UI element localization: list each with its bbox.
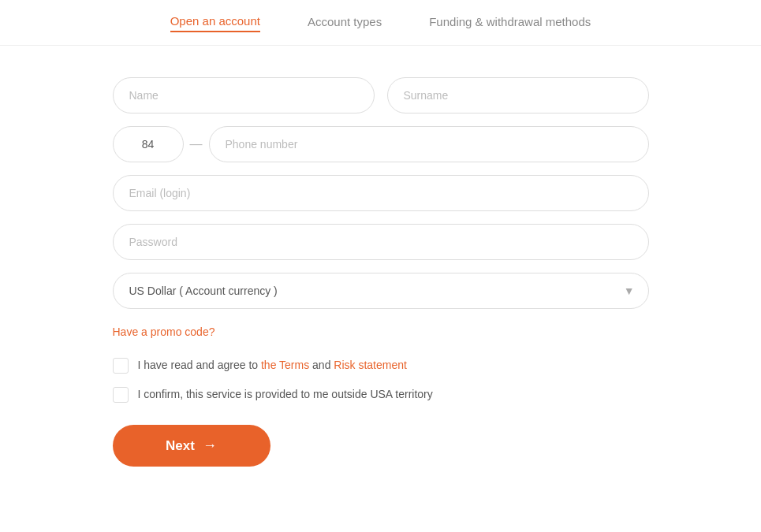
terms-checkbox[interactable] [113, 358, 129, 374]
currency-select-wrapper: US Dollar ( Account currency ) Euro Brit… [113, 273, 649, 309]
next-button[interactable]: Next → [113, 425, 270, 467]
terms-label: I have read and agree to the Terms and R… [138, 357, 407, 374]
email-input[interactable] [113, 175, 649, 211]
phone-separator: — [190, 137, 203, 151]
usa-label: I confirm, this service is provided to m… [138, 386, 433, 403]
name-input[interactable] [113, 77, 375, 113]
promo-code-link[interactable]: Have a promo code? [113, 326, 215, 338]
arrow-right-icon: → [203, 437, 217, 454]
nav-open-account[interactable]: Open an account [170, 14, 260, 32]
phone-row: — [113, 126, 649, 162]
usa-checkbox-row: I confirm, this service is provided to m… [113, 386, 649, 403]
risk-statement-link[interactable]: Risk statement [334, 359, 407, 371]
phone-code-input[interactable] [113, 126, 184, 162]
next-button-label: Next [166, 438, 195, 454]
terms-checkbox-row: I have read and agree to the Terms and R… [113, 357, 649, 374]
terms-link[interactable]: the Terms [261, 359, 309, 371]
password-input[interactable] [113, 224, 649, 260]
currency-select[interactable]: US Dollar ( Account currency ) Euro Brit… [113, 273, 649, 309]
phone-number-input[interactable] [209, 126, 649, 162]
nav-funding-withdrawal[interactable]: Funding & withdrawal methods [429, 15, 591, 32]
top-nav: Open an account Account types Funding & … [0, 0, 761, 46]
page-wrapper: Open an account Account types Funding & … [0, 0, 761, 498]
name-surname-row [113, 77, 649, 113]
usa-checkbox[interactable] [113, 387, 129, 403]
nav-account-types[interactable]: Account types [308, 15, 382, 32]
registration-form: — US Dollar ( Account currency ) Euro Br… [97, 77, 665, 467]
surname-input[interactable] [387, 77, 649, 113]
